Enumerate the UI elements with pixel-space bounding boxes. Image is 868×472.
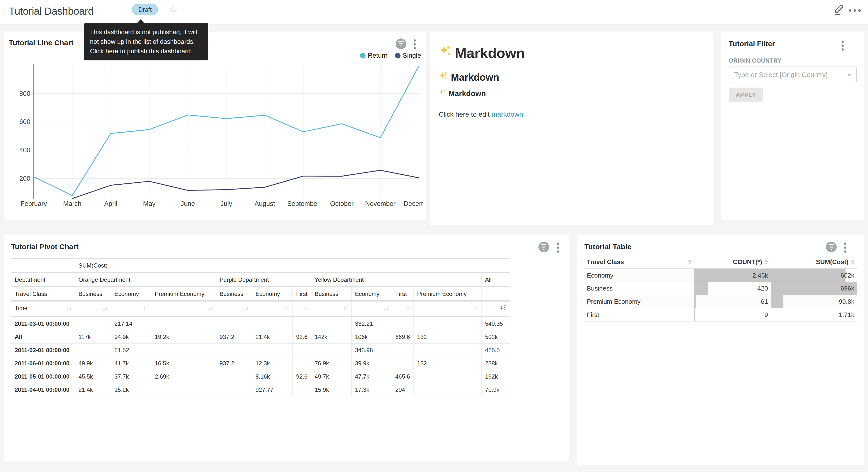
legend-item-single[interactable]: Single <box>395 52 421 59</box>
pivot-class-header: Business <box>216 287 252 301</box>
pivot-row: 2011-04-01 00:00:0021.4k15.2k927.7715.9k… <box>11 383 510 396</box>
sort-icon[interactable]: ↓↑ <box>284 304 289 312</box>
pivot-value-cell <box>311 344 351 357</box>
pivot-column-sort[interactable]: ↓↑ <box>151 301 216 317</box>
travel-class-cell: Business <box>584 282 694 295</box>
count-cell: 2.46k <box>694 268 771 282</box>
pivot-value-cell <box>151 383 216 396</box>
pivot-column-sort[interactable]: ↓↑ <box>111 301 151 317</box>
sort-icon[interactable]: ↓↑ <box>208 304 213 312</box>
sort-descending-icon[interactable] <box>499 306 506 313</box>
sum-cell: 602k <box>771 268 857 282</box>
data-table: Travel ClassCOUNT(*)SUM(Cost) Economy2.4… <box>584 256 857 322</box>
filter-card-menu-icon[interactable] <box>842 40 844 51</box>
pivot-value-cell: 238k <box>482 357 510 370</box>
svg-text:October: October <box>330 200 353 207</box>
pivot-class-header: Premium Economy <box>151 287 216 301</box>
pivot-class-header: First <box>293 287 311 301</box>
column-sort-icon <box>851 260 854 265</box>
pencil-icon <box>833 2 845 16</box>
column-sort-icon <box>765 260 768 265</box>
edit-dashboard-button[interactable] <box>833 2 845 16</box>
filter-indicator-icon[interactable] <box>826 242 837 253</box>
pivot-value-cell: 70.9k <box>482 383 510 396</box>
origin-country-select[interactable]: Type or Select [Origin Country] <box>728 66 857 83</box>
sort-icon[interactable]: ↓↑ <box>66 304 71 312</box>
pivot-column-sort[interactable]: ↓↑ <box>311 301 351 317</box>
pivot-row: 2011-02-01 00:00:0081.52343.98425.5 <box>11 344 510 357</box>
table-card-menu-icon[interactable] <box>844 243 846 253</box>
sort-icon[interactable]: ↓↑ <box>383 304 388 312</box>
more-options-icon[interactable] <box>849 9 861 12</box>
pivot-card-menu-icon[interactable] <box>557 243 559 253</box>
pivot-value-cell <box>293 383 311 396</box>
sort-icon[interactable]: ↓↑ <box>343 304 348 312</box>
pivot-value-cell <box>75 344 111 357</box>
pivot-column-sort[interactable]: ↓↑ <box>216 301 252 317</box>
pivot-class-header: Economy <box>351 287 392 301</box>
column-header-count[interactable]: COUNT(*) <box>694 256 771 268</box>
sort-icon[interactable]: ↓↑ <box>102 304 107 312</box>
markdown-paragraph: Click here to edit markdown <box>439 111 523 118</box>
line-chart-card: Tutorial Line Chart ReturnSingle 2004006… <box>4 32 426 220</box>
sum-cell: 696k <box>771 282 857 295</box>
pivot-value-cell: 8.16k <box>252 370 293 383</box>
line-chart-title: Tutorial Line Chart <box>9 39 73 47</box>
pivot-group-header: Yellow Department <box>311 273 482 287</box>
apply-button[interactable]: APPLY <box>728 88 763 102</box>
pivot-value-cell: 927.77 <box>252 383 293 396</box>
filter-card-title: Tutorial Filter <box>728 40 775 48</box>
value-bar <box>694 295 696 308</box>
pivot-corner-cell <box>11 259 75 273</box>
pivot-value-cell: 92.6 <box>293 330 311 344</box>
pivot-group-header: All <box>482 273 510 287</box>
filter-indicator-icon[interactable] <box>396 38 406 49</box>
travel-class-cell: Premium Economy <box>584 295 694 308</box>
pivot-column-sort[interactable]: ↓↑ <box>413 301 482 317</box>
pivot-class-header: Business <box>311 287 351 301</box>
chart-legend: ReturnSingle <box>360 52 421 59</box>
line-chart-menu-icon[interactable] <box>414 39 416 50</box>
pivot-column-sort[interactable]: ↓↑ <box>75 301 111 317</box>
pivot-value-cell: 94.9k <box>111 330 151 344</box>
pivot-value-cell: 92.6 <box>293 370 311 383</box>
filter-indicator-icon[interactable] <box>538 242 549 253</box>
pivot-card-title: Tutorial Pivot Chart <box>11 243 79 251</box>
pivot-row: 2011-05-01 00:00:0045.5k37.7k2.69k8.16k9… <box>11 370 510 383</box>
pivot-row-label: 2011-05-01 00:00:00 <box>11 370 75 383</box>
count-cell: 420 <box>694 282 771 295</box>
pivot-value-cell: 425.5 <box>482 344 510 357</box>
pivot-value-cell: 937.2 <box>216 357 252 370</box>
draft-status-badge[interactable]: Draft <box>132 4 158 15</box>
column-header-sum-cost[interactable]: SUM(Cost) <box>771 256 857 268</box>
favorite-star-icon[interactable]: ☆ <box>169 3 178 15</box>
sort-icon[interactable]: ↓↑ <box>473 304 478 312</box>
column-header-travel-class[interactable]: Travel Class <box>584 256 694 268</box>
pivot-column-sort[interactable]: ↓↑ <box>392 301 413 317</box>
pivot-value-cell <box>392 317 413 330</box>
pivot-column-sort[interactable]: ↓↑ <box>252 301 293 317</box>
pivot-column-sort[interactable] <box>482 301 510 317</box>
pivot-group-header: Purple Department <box>216 273 311 287</box>
sort-icon[interactable]: ↓↑ <box>143 304 148 312</box>
edit-markdown-link[interactable]: markdown <box>492 111 523 118</box>
svg-text:March: March <box>63 200 82 207</box>
legend-label: Return <box>368 52 388 59</box>
value-bar <box>771 295 783 308</box>
travel-class-cell: First <box>584 308 694 321</box>
pivot-value-cell: 47.7k <box>351 370 392 383</box>
sparkles-icon <box>439 71 448 83</box>
markdown-card: Markdown Markdown Markdown Click here to… <box>430 32 713 226</box>
sort-icon[interactable]: ↓↑ <box>405 304 410 312</box>
pivot-class-header: Economy <box>111 287 151 301</box>
pivot-value-cell <box>216 370 252 383</box>
pivot-column-sort[interactable]: ↓↑ <box>293 301 311 317</box>
sort-icon[interactable]: ↓↑ <box>244 304 248 312</box>
pivot-column-sort[interactable]: ↓↑ <box>351 301 392 317</box>
dashboard-page: Tutorial Dashboard Draft ☆ This dashboar… <box>0 0 868 472</box>
pivot-value-cell <box>311 317 351 330</box>
legend-item-return[interactable]: Return <box>360 52 388 59</box>
sort-icon[interactable]: ↓↑ <box>303 304 308 312</box>
chevron-down-icon <box>847 73 851 76</box>
table-row: Premium Economy6199.8k <box>584 295 857 308</box>
